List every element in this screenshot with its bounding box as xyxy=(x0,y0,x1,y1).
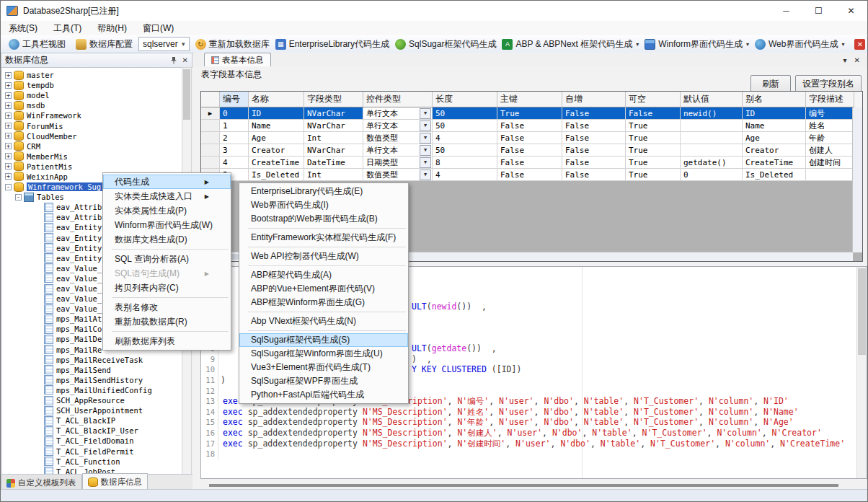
grid-column-header[interactable]: 可空 xyxy=(626,92,681,107)
menu-item[interactable]: Web API控制器代码生成(W) xyxy=(239,250,408,263)
menubar-item[interactable]: 系统(S) xyxy=(1,21,45,36)
grid-cell[interactable]: 日期类型▼ xyxy=(363,157,433,169)
grid-column-header[interactable]: 控件类型 xyxy=(363,92,433,107)
toolbar-button[interactable]: Web界面代码生成▾ xyxy=(752,37,847,52)
grid-cell[interactable]: CreateTime xyxy=(743,157,806,169)
panel-close-icon[interactable]: ✕ xyxy=(182,56,188,64)
grid-column-header[interactable]: 字段类型 xyxy=(304,92,363,107)
grid-cell[interactable]: 姓名 xyxy=(806,120,854,132)
grid-cell[interactable]: 0 xyxy=(681,169,743,181)
expand-icon[interactable]: + xyxy=(5,72,12,79)
tree-item[interactable]: +ForumMis xyxy=(2,120,182,131)
menu-item[interactable]: 数据库文档生成(D) xyxy=(103,232,231,247)
grid-cell[interactable]: newid() xyxy=(681,107,743,120)
grid-cell[interactable]: 编号 xyxy=(806,107,854,120)
grid-cell[interactable]: CreateTime xyxy=(249,157,304,169)
grid-cell[interactable]: 创建时间 xyxy=(806,157,854,169)
tree-item[interactable]: +master xyxy=(2,70,182,80)
tree-item[interactable]: +CRM xyxy=(2,141,182,151)
menu-item[interactable]: Winform界面代码生成(W) xyxy=(103,218,231,232)
grid-cell[interactable]: 年龄 xyxy=(806,132,854,144)
control-type-combo[interactable]: 单行文本▼ xyxy=(366,144,432,156)
row-header-cell[interactable]: ▶ xyxy=(201,107,220,120)
collapse-icon[interactable]: - xyxy=(15,194,22,201)
menu-item[interactable]: Bootstrap的Web界面代码生成(B) xyxy=(239,212,408,226)
tree-item[interactable]: mps_MailSend xyxy=(2,365,182,375)
toolbar-button[interactable]: ✕退出 xyxy=(851,37,868,52)
grid-cell[interactable]: False xyxy=(497,132,562,144)
control-type-combo[interactable]: 单行文本▼ xyxy=(366,120,432,131)
grid-cell[interactable]: NVarChar xyxy=(304,107,363,120)
row-header-cell[interactable] xyxy=(201,132,220,144)
grid-column-header[interactable]: 名称 xyxy=(249,92,304,107)
tree-item[interactable]: T_ACL_FieldPermit xyxy=(2,446,182,456)
menu-item[interactable]: ABP框架Winform界面生成(G) xyxy=(239,296,408,309)
menu-item[interactable]: 实体类属性生成(P) xyxy=(103,203,231,218)
tree-item[interactable]: +PatientMis xyxy=(2,162,182,172)
toolbar-button[interactable]: AABP & ABPNext 框架代码生成▾ xyxy=(499,37,642,52)
tree-item[interactable]: T_ACL_Function xyxy=(2,457,182,467)
tree-item[interactable]: T_ACL_BlackIP xyxy=(2,415,182,426)
grid-column-header[interactable]: 字段描述 xyxy=(806,92,854,107)
grid-column-header[interactable]: 编号 xyxy=(220,92,249,107)
combo-dropdown-icon[interactable]: ▼ xyxy=(420,108,431,119)
expand-icon[interactable]: + xyxy=(5,153,12,159)
toolbar-button[interactable]: ▦EnterpriseLibrary代码生成 xyxy=(273,37,392,52)
tree-item[interactable]: mps_MailReceiveTask xyxy=(2,355,182,365)
tree-item[interactable]: SCH_AppResource xyxy=(2,395,182,405)
grid-cell[interactable]: Age xyxy=(249,132,304,144)
expand-icon[interactable]: + xyxy=(5,92,12,99)
toolbar-button[interactable]: ↻重新加载数据库 xyxy=(192,37,273,52)
tree-item[interactable]: T_ACL_FieldDomain xyxy=(2,436,182,446)
grid-cell[interactable]: False xyxy=(562,157,626,169)
refresh-button[interactable]: 刷新 xyxy=(750,75,791,92)
grid-row[interactable]: ▶0IDNVarChar单行文本▼50TrueFalseFalsenewid()… xyxy=(201,107,862,120)
toolbar-button[interactable]: 工具栏视图 xyxy=(6,37,68,52)
grid-cell[interactable]: 数值类型▼ xyxy=(363,132,433,144)
expand-icon[interactable]: + xyxy=(5,143,12,149)
close-button[interactable]: ✕ xyxy=(835,1,867,21)
tree-item[interactable]: SCH_UserAppointment xyxy=(2,405,182,415)
grid-cell[interactable]: 创建人 xyxy=(806,144,854,157)
expand-icon[interactable]: + xyxy=(5,82,12,89)
menu-item[interactable]: 重新加载数据库(R) xyxy=(103,314,231,329)
grid-cell[interactable]: Age xyxy=(743,132,806,144)
grid-cell[interactable]: False xyxy=(562,120,626,132)
menubar-item[interactable]: 帮助(H) xyxy=(89,21,135,36)
grid-cell[interactable]: True xyxy=(626,120,681,132)
tree-item[interactable]: +model xyxy=(2,90,182,100)
grid-row[interactable]: 1NameNVarChar单行文本▼50FalseFalseTrueName姓名 xyxy=(201,120,862,132)
row-header-cell[interactable] xyxy=(201,144,220,157)
grid-cell[interactable]: Int xyxy=(304,169,363,181)
grid-column-header[interactable]: 默认值 xyxy=(681,92,743,107)
pin-icon[interactable] xyxy=(170,56,177,64)
menu-item[interactable]: ABP框架代码生成(A) xyxy=(239,268,408,282)
combo-dropdown-icon[interactable]: ▼ xyxy=(420,133,431,144)
tree-item[interactable]: mps_MailSendHistory xyxy=(2,375,182,385)
grid-cell[interactable] xyxy=(681,144,743,157)
set-field-alias-button[interactable]: 设置字段别名 xyxy=(795,75,862,92)
grid-cell[interactable]: Name xyxy=(743,120,806,132)
maximize-button[interactable]: ☐ xyxy=(802,1,835,21)
dropdown-arrow-icon[interactable]: ▾ xyxy=(636,41,639,48)
collapse-icon[interactable]: - xyxy=(5,184,12,190)
tree-item[interactable]: +CloudMember xyxy=(2,131,182,141)
grid-cell[interactable]: False xyxy=(497,157,562,169)
grid-cell[interactable]: 4 xyxy=(433,132,497,144)
minimize-button[interactable]: ─ xyxy=(770,1,802,21)
dropdown-arrow-icon[interactable]: ▾ xyxy=(841,41,844,48)
grid-cell[interactable]: 4 xyxy=(220,157,249,169)
grid-cell[interactable]: 50 xyxy=(433,144,497,157)
grid-cell[interactable]: Name xyxy=(249,120,304,132)
toolbar-button[interactable]: SqlSugar框架代码生成 xyxy=(392,37,499,52)
grid-cell[interactable]: False xyxy=(562,144,626,157)
grid-cell[interactable]: ID xyxy=(249,107,304,120)
grid-column-header[interactable]: 自增 xyxy=(562,92,626,107)
dropdown-arrow-icon[interactable]: ▾ xyxy=(746,41,749,48)
menu-item[interactable]: 刷新数据库列表 xyxy=(103,334,231,348)
control-type-combo[interactable]: 数值类型▼ xyxy=(366,169,432,180)
grid-row[interactable]: 3CreatorNVarChar单行文本▼50FalseFalseTrueCre… xyxy=(201,144,862,157)
grid-cell[interactable]: False xyxy=(562,107,626,120)
grid-cell[interactable]: 50 xyxy=(433,120,497,132)
grid-cell[interactable]: 单行文本▼ xyxy=(363,120,433,132)
